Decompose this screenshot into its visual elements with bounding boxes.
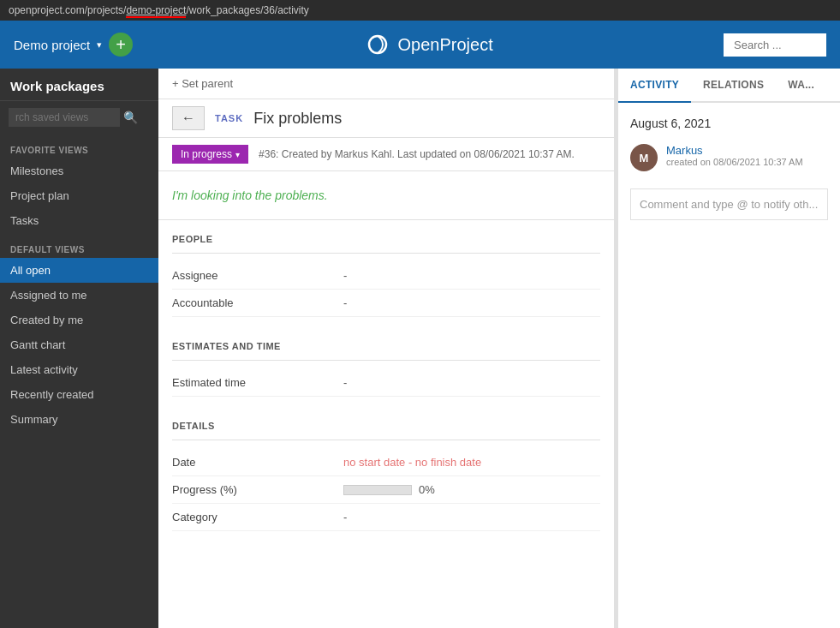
sidebar-item-summary[interactable]: Summary — [0, 407, 158, 432]
date-value[interactable]: no start date - no finish date — [343, 456, 481, 469]
assignee-label: Assignee — [172, 269, 343, 282]
milestones-label: Milestones — [10, 164, 63, 177]
sidebar-section-favorite: FAVORITE VIEWS — [0, 134, 158, 158]
sidebar-item-all-open[interactable]: All open — [0, 258, 158, 283]
project-dropdown-icon[interactable]: ▾ — [97, 39, 102, 51]
sidebar: Work packages 🔍 FAVORITE VIEWS Milestone… — [0, 69, 158, 628]
progress-field: Progress (%) 0% — [172, 476, 600, 504]
category-value[interactable]: - — [343, 511, 347, 523]
tab-activity[interactable]: ACTIVITY — [618, 69, 691, 103]
created-by-me-label: Created by me — [10, 314, 83, 326]
project-name[interactable]: Demo project — [14, 38, 90, 52]
all-open-label: All open — [10, 264, 51, 277]
estimated-time-label: Estimated time — [172, 376, 343, 389]
search-input[interactable] — [724, 33, 826, 57]
sidebar-search-container: 🔍 — [0, 101, 158, 134]
progress-value[interactable]: 0% — [419, 483, 435, 496]
category-label: Category — [172, 511, 343, 523]
activity-panel: ACTIVITY RELATIONS WA... August 6, 2021 … — [617, 69, 840, 628]
header: Demo project ▾ + OpenProject — [0, 21, 840, 69]
sidebar-item-gantt-chart[interactable]: Gantt chart — [0, 332, 158, 357]
assignee-field: Assignee - — [172, 262, 600, 290]
sidebar-item-project-plan[interactable]: Project plan — [0, 183, 158, 208]
back-button[interactable]: ← — [172, 106, 205, 130]
comment-box[interactable]: Comment and type @ to notify oth... — [630, 188, 828, 220]
work-package-detail: + Set parent ← TASK Fix problems In prog… — [158, 69, 614, 628]
accountable-label: Accountable — [172, 296, 343, 309]
progress-bar-container: 0% — [343, 483, 435, 496]
estimated-time-value[interactable]: - — [343, 376, 347, 389]
add-button[interactable]: + — [109, 33, 133, 57]
estimates-section-title: ESTIMATES AND TIME — [172, 341, 600, 361]
url-path-prefix: /projects/ — [85, 4, 127, 16]
recently-created-label: Recently created — [10, 388, 94, 401]
status-dropdown-icon[interactable]: ▾ — [235, 150, 240, 159]
wp-section-estimates: ESTIMATES AND TIME Estimated time - — [158, 327, 614, 397]
tasks-label: Tasks — [10, 214, 39, 227]
logo-text: OpenProject — [398, 35, 493, 55]
accountable-value[interactable]: - — [343, 296, 347, 309]
activity-info: Markus created on 08/06/2021 10:37 AM — [666, 144, 803, 167]
progress-label: Progress (%) — [172, 483, 343, 496]
wp-section-details: DETAILS Date no start date - no finish d… — [158, 407, 614, 531]
latest-activity-label: Latest activity — [10, 363, 78, 376]
url-base: openproject.com — [9, 4, 85, 16]
activity-date: August 6, 2021 — [618, 103, 840, 137]
wp-section-people: PEOPLE Assignee - Accountable - — [158, 220, 614, 317]
project-plan-label: Project plan — [10, 189, 69, 202]
activity-entry: M Markus created on 08/06/2021 10:37 AM — [618, 137, 840, 178]
sidebar-item-created-by-me[interactable]: Created by me — [0, 308, 158, 332]
url-text: openproject.com/projects/demo-project/wo… — [9, 4, 309, 16]
set-parent-button[interactable]: + Set parent — [172, 77, 233, 90]
wp-top-bar: + Set parent — [158, 69, 614, 99]
sidebar-item-recently-created[interactable]: Recently created — [0, 382, 158, 407]
sidebar-module-title: Work packages — [0, 69, 158, 101]
progress-bar — [343, 485, 412, 495]
header-left: Demo project ▾ + — [14, 33, 133, 57]
activity-tabs: ACTIVITY RELATIONS WA... — [618, 69, 840, 103]
activity-timestamp: created on 08/06/2021 10:37 AM — [666, 157, 803, 167]
status-label: In progress — [181, 148, 232, 160]
date-field: Date no start date - no finish date — [172, 449, 600, 476]
category-field: Category - — [172, 504, 600, 531]
people-section-title: PEOPLE — [172, 234, 600, 254]
estimated-time-field: Estimated time - — [172, 369, 600, 397]
wp-title-bar: ← TASK Fix problems — [158, 99, 614, 138]
gantt-chart-label: Gantt chart — [10, 338, 65, 351]
sidebar-item-latest-activity[interactable]: Latest activity — [0, 357, 158, 382]
sidebar-item-tasks[interactable]: Tasks — [0, 208, 158, 233]
logo: OpenProject — [364, 31, 493, 58]
sidebar-section-default: DEFAULT VIEWS — [0, 233, 158, 258]
openproject-logo-icon — [364, 31, 391, 58]
sidebar-item-milestones[interactable]: Milestones — [0, 158, 158, 183]
details-section-title: DETAILS — [172, 421, 600, 440]
sidebar-search-input[interactable] — [9, 108, 120, 127]
sidebar-search-icon[interactable]: 🔍 — [123, 111, 138, 124]
avatar: M — [630, 144, 658, 171]
status-badge[interactable]: In progress ▾ — [172, 145, 248, 164]
url-bar: openproject.com/projects/demo-project/wo… — [0, 0, 840, 21]
wp-description[interactable]: I'm looking into the problems. — [158, 171, 614, 220]
date-label: Date — [172, 456, 343, 469]
wp-type: TASK — [215, 113, 243, 123]
wp-meta: #36: Created by Markus Kahl. Last update… — [259, 148, 575, 160]
main-content: + Set parent ← TASK Fix problems In prog… — [158, 69, 840, 628]
assigned-to-me-label: Assigned to me — [10, 289, 87, 302]
activity-user-name: Markus — [666, 144, 803, 157]
sidebar-item-assigned-to-me[interactable]: Assigned to me — [0, 283, 158, 308]
url-path-suffix: /work_packages/36/activity — [186, 4, 308, 16]
summary-label: Summary — [10, 413, 58, 426]
wp-status-bar: In progress ▾ #36: Created by Markus Kah… — [158, 138, 614, 171]
assignee-value[interactable]: - — [343, 269, 347, 282]
url-project-name: demo-project — [126, 4, 186, 18]
tab-relations[interactable]: RELATIONS — [691, 69, 776, 101]
main-layout: Work packages 🔍 FAVORITE VIEWS Milestone… — [0, 69, 840, 628]
tab-watchers[interactable]: WA... — [776, 69, 826, 101]
accountable-field: Accountable - — [172, 290, 600, 317]
wp-title: Fix problems — [253, 110, 342, 128]
